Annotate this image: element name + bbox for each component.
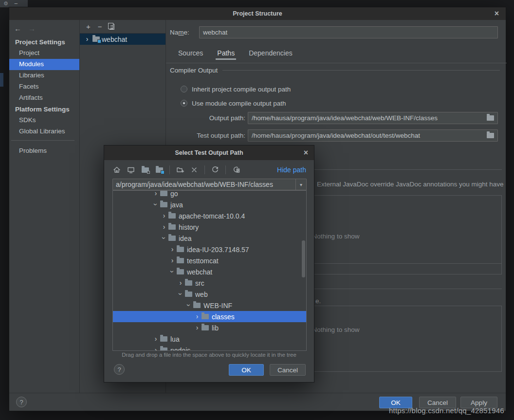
cancel-button[interactable]: Cancel	[270, 364, 306, 376]
help-button[interactable]: ?	[114, 364, 125, 375]
chevron-collapsed-icon[interactable]: ›	[161, 223, 167, 230]
tree-row-nodejs[interactable]: ›nodejs	[113, 345, 306, 351]
tab-dependencies[interactable]: Dependencies	[249, 49, 293, 57]
tree-node-label: WEB-INF	[203, 302, 232, 310]
drag-drop-hint: Drag and drop a file into the space abov…	[104, 352, 314, 358]
tree-row-lua[interactable]: ›lua	[113, 333, 306, 345]
tree-node-label: idea-IU-203.7148.57	[187, 246, 249, 254]
chevron-expanded-icon[interactable]: ›	[185, 302, 192, 309]
tree-row-lib[interactable]: ›lib	[113, 322, 306, 333]
tree-row-apache-tomcat-10.0.4[interactable]: ›apache-tomcat-10.0.4	[113, 210, 306, 221]
tree-row-src[interactable]: ›src	[113, 277, 306, 289]
chevron-collapsed-icon[interactable]: ›	[169, 246, 176, 253]
annotations-icon[interactable]	[231, 165, 241, 175]
chevron-expanded-icon[interactable]: ›	[152, 201, 159, 208]
chevron-collapsed-icon[interactable]: ›	[161, 212, 167, 219]
chevron-collapsed-icon[interactable]: ›	[152, 347, 159, 351]
toolbar-separator	[169, 165, 170, 174]
sidebar-item-project[interactable]: Project	[9, 48, 79, 59]
output-path-field[interactable]: /home/hausa/program/java/idea/webchat/we…	[248, 112, 498, 124]
tree-row-go[interactable]: ›go	[113, 190, 306, 199]
sidebar-item-artifacts[interactable]: Artifacts	[9, 92, 79, 104]
chevron-collapsed-icon[interactable]: ›	[194, 313, 201, 320]
chevron-expanded-icon[interactable]: ›	[161, 235, 167, 241]
tree-node-label: lib	[212, 324, 219, 332]
home-icon[interactable]	[112, 165, 122, 175]
close-icon[interactable]: ×	[304, 149, 308, 157]
browse-folder-icon[interactable]	[487, 115, 494, 121]
add-icon[interactable]: +	[86, 23, 91, 30]
chevron-expanded-icon[interactable]: ›	[177, 291, 184, 297]
tree-row-idea[interactable]: ›idea	[113, 233, 306, 244]
sidebar-section-header: Platform Settings	[9, 104, 79, 115]
module-folder-icon[interactable]	[154, 165, 164, 175]
tree-row-idea-iu-203.7148.57[interactable]: ›idea-IU-203.7148.57	[113, 244, 306, 255]
new-folder-icon[interactable]	[175, 165, 185, 175]
sidebar-item-global-libraries[interactable]: Global Libraries	[9, 126, 79, 137]
tree-row-web-inf[interactable]: ›WEB-INF	[113, 300, 306, 311]
chevron-collapsed-icon[interactable]: ›	[169, 257, 176, 264]
close-icon[interactable]: ×	[495, 10, 499, 18]
sidebar-item-problems[interactable]: Problems	[9, 146, 79, 157]
chevron-expanded-icon[interactable]: ›	[169, 268, 176, 275]
tree-row-java[interactable]: ›java	[113, 199, 306, 210]
back-icon[interactable]: ←	[14, 24, 21, 33]
chevron-collapsed-icon[interactable]: ›	[194, 324, 201, 331]
radio-selected-icon[interactable]	[181, 100, 187, 107]
help-button[interactable]: ?	[16, 397, 27, 407]
desktop-icon[interactable]	[126, 165, 136, 175]
name-input[interactable]	[199, 26, 498, 38]
path-value: a/program/java/idea/webchat/web/WEB-INF/…	[113, 179, 295, 190]
remove-icon[interactable]: −	[98, 23, 102, 30]
forward-icon[interactable]: →	[28, 24, 36, 33]
dropdown-button[interactable]: ▾	[295, 179, 306, 190]
copy-icon[interactable]	[110, 24, 114, 30]
inherit-output-radio[interactable]: Inherit project compile output path	[181, 85, 291, 93]
test-output-path-field[interactable]: /home/hausa/program/java/idea/webchat/ou…	[248, 129, 498, 142]
tree-row-webchat[interactable]: ›webchat	[113, 266, 306, 277]
name-label: Name:	[170, 26, 189, 38]
toolbar-separator	[204, 165, 205, 174]
chevron-collapsed-icon[interactable]: ›	[177, 279, 184, 286]
ok-button[interactable]: OK	[229, 364, 264, 376]
tree-row-testtomcat[interactable]: ›testtomcat	[113, 255, 306, 266]
chooser-titlebar: Select Test Output Path ×	[104, 146, 314, 160]
path-combobox[interactable]: a/program/java/idea/webchat/web/WEB-INF/…	[112, 179, 307, 190]
module-row-webchat[interactable]: › webchat	[80, 34, 165, 45]
tree-row-classes[interactable]: ›classes	[113, 311, 306, 322]
tree-row-history[interactable]: ›history	[113, 221, 306, 233]
chooser-toolbar: Hide path	[104, 162, 314, 178]
minimize-icon[interactable]: −	[14, 0, 18, 7]
module-tabs: Sources Paths Dependencies	[178, 47, 293, 59]
chevron-right-icon[interactable]: ›	[84, 36, 91, 42]
folder-icon	[202, 314, 209, 319]
tree-row-web[interactable]: ›web	[113, 289, 306, 300]
use-module-output-radio[interactable]: Use module compile output path	[181, 99, 286, 107]
tab-sources[interactable]: Sources	[178, 49, 203, 57]
dialog-title: Select Test Output Path	[175, 149, 243, 156]
sidebar-item-libraries[interactable]: Libraries	[9, 70, 79, 81]
sidebar-item-modules[interactable]: Modules	[9, 59, 79, 70]
test-output-path-label: Test output path:	[170, 129, 245, 142]
refresh-icon[interactable]	[210, 165, 220, 175]
browse-folder-icon[interactable]	[487, 133, 494, 138]
scrollbar-thumb[interactable]	[302, 240, 305, 277]
hide-path-link[interactable]: Hide path	[277, 166, 306, 174]
folder-icon	[177, 269, 184, 274]
tree-node-label: webchat	[187, 268, 212, 276]
chevron-collapsed-icon[interactable]: ›	[152, 335, 159, 342]
tab-paths[interactable]: Paths	[217, 49, 235, 57]
sidebar-item-sdks[interactable]: SDKs	[9, 115, 79, 126]
gear-icon[interactable]: ⚙	[3, 1, 8, 6]
folder-icon	[160, 191, 167, 196]
folder-icon	[160, 336, 167, 342]
sidebar-item-facets[interactable]: Facets	[9, 81, 79, 92]
delete-icon[interactable]	[189, 165, 199, 175]
folder-icon	[168, 236, 176, 241]
radio-icon[interactable]	[181, 86, 187, 92]
tree-node-label: lua	[170, 335, 180, 343]
project-folder-icon[interactable]	[140, 165, 150, 175]
tree-node-label: go	[170, 190, 178, 198]
folder-icon	[160, 347, 167, 351]
chevron-collapsed-icon[interactable]: ›	[152, 190, 159, 197]
